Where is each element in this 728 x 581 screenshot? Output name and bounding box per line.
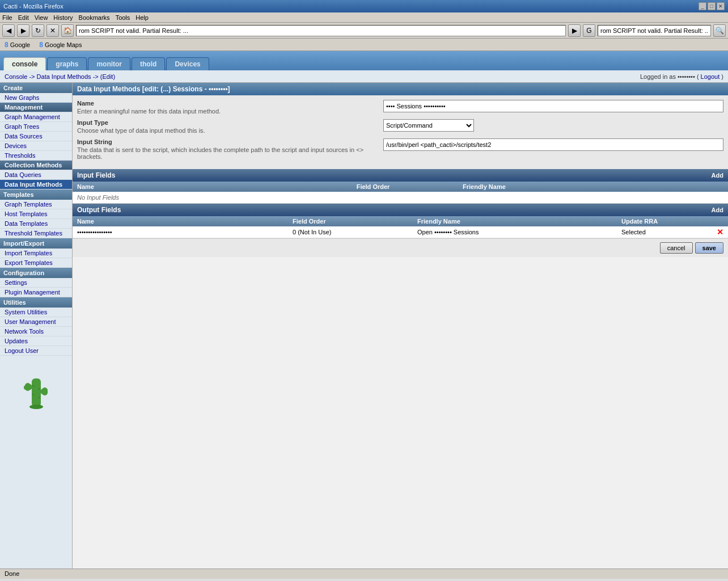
search-input[interactable] — [598, 25, 711, 36]
panel-title: Data Input Methods [edit: (...) Sessions… — [77, 85, 230, 93]
search-go-button[interactable]: 🔍 — [713, 24, 726, 37]
sidebar-item-devices[interactable]: Devices — [0, 141, 72, 151]
sidebar-item-system-utilities[interactable]: System Utilities — [0, 308, 72, 317]
reload-button[interactable]: ↻ — [32, 24, 44, 37]
sidebar-header-utilities: Utilities — [0, 297, 72, 308]
sidebar-item-updates[interactable]: Updates — [0, 336, 72, 346]
name-input[interactable] — [383, 100, 723, 112]
status-bar: Done — [0, 569, 728, 579]
search-engine-button[interactable]: G — [583, 24, 595, 37]
main-layout: Create New Graphs Management Graph Manag… — [0, 83, 728, 569]
sidebar-item-thresholds[interactable]: Thresholds — [0, 151, 72, 161]
browser-title: Cacti - Mozilla Firefox — [3, 3, 64, 10]
tab-console[interactable]: console — [3, 57, 46, 70]
input-type-label: Input Type — [77, 119, 379, 126]
go-button[interactable]: ▶ — [568, 24, 581, 37]
google-maps-icon: 8 — [39, 41, 43, 49]
input-fields-columns: Name Field Order Friendly Name — [73, 182, 728, 192]
sidebar-header-create: Create — [0, 83, 72, 93]
input-type-select[interactable]: Script/Command — [383, 119, 474, 132]
panel-header: Data Input Methods [edit: (...) Sessions… — [73, 83, 728, 95]
sidebar-item-user-management[interactable]: User Management — [0, 317, 72, 327]
col-friendly-name: Friendly Name — [458, 183, 728, 190]
menu-tools[interactable]: Tools — [116, 14, 130, 21]
sidebar-header-configuration: Configuration — [0, 268, 72, 278]
svg-rect-5 — [42, 388, 48, 395]
sidebar-item-data-queries[interactable]: Data Queries — [0, 170, 72, 180]
sidebar-header-management: Management — [0, 103, 72, 112]
tab-devices[interactable]: Devices — [166, 57, 209, 70]
close-button[interactable]: ✕ — [717, 2, 725, 10]
sidebar-item-threshold-templates[interactable]: Threshold Templates — [0, 229, 72, 238]
sidebar-item-graph-management[interactable]: Graph Management — [0, 112, 72, 122]
sidebar-item-data-templates[interactable]: Data Templates — [0, 219, 72, 229]
breadcrumb-console[interactable]: Console — [5, 73, 27, 80]
output-row-friendly: Open •••••••• Sessions — [413, 229, 617, 235]
sidebar-item-new-graphs[interactable]: New Graphs — [0, 93, 72, 103]
logout-link[interactable]: Logout — [701, 73, 720, 80]
stop-button[interactable]: ✕ — [46, 24, 59, 37]
sidebar-item-settings[interactable]: Settings — [0, 278, 72, 288]
output-fields-add[interactable]: Add — [712, 207, 723, 213]
output-fields-columns: Name Field Order Friendly Name Update RR… — [73, 216, 728, 226]
cactus-logo-container — [0, 356, 72, 424]
menu-file[interactable]: File — [2, 14, 12, 21]
sidebar-header-collection-methods: Collection Methods — [0, 161, 72, 170]
forward-button[interactable]: ▶ — [17, 24, 29, 37]
menu-history[interactable]: History — [53, 14, 73, 21]
cactus-logo — [19, 367, 53, 412]
menu-bookmarks[interactable]: Bookmarks — [79, 14, 110, 21]
output-row-rra: Selected — [617, 229, 717, 235]
sidebar-header-templates: Templates — [0, 190, 72, 200]
address-bar[interactable] — [76, 25, 566, 36]
sidebar: Create New Graphs Management Graph Manag… — [0, 83, 73, 569]
bookmark-google[interactable]: 8 Google — [5, 41, 30, 49]
col-name: Name — [73, 183, 288, 190]
menu-help[interactable]: Help — [136, 14, 149, 21]
bookmarks-bar: 8 Google 8 Google Maps — [0, 39, 728, 51]
tab-thold[interactable]: thold — [132, 57, 165, 70]
maximize-button[interactable]: □ — [708, 2, 716, 10]
sidebar-item-import-templates[interactable]: Import Templates — [0, 249, 72, 258]
sidebar-item-data-sources[interactable]: Data Sources — [0, 132, 72, 141]
input-string-label: Input String — [77, 138, 379, 145]
sidebar-item-logout-user[interactable]: Logout User — [0, 346, 72, 356]
home-button[interactable]: 🏠 — [61, 24, 74, 37]
sidebar-item-graph-templates[interactable]: Graph Templates — [0, 200, 72, 209]
browser-titlebar: Cacti - Mozilla Firefox _ □ ✕ — [0, 0, 728, 12]
sidebar-item-plugin-management[interactable]: Plugin Management — [0, 288, 72, 297]
output-row-name: •••••••••••••••• — [73, 229, 288, 235]
cancel-button[interactable]: cancel — [660, 242, 693, 254]
sidebar-item-host-templates[interactable]: Host Templates — [0, 209, 72, 219]
input-fields-empty: No Input Fields — [73, 192, 728, 204]
menu-edit[interactable]: Edit — [18, 14, 29, 21]
out-col-name: Name — [73, 218, 288, 225]
delete-row-button[interactable]: ✕ — [717, 228, 728, 237]
form-section: Name Enter a meaningful name for this da… — [73, 95, 728, 169]
input-fields-add[interactable]: Add — [712, 172, 723, 179]
out-col-order: Field Order — [288, 218, 413, 225]
tab-graphs[interactable]: graphs — [47, 57, 87, 70]
back-button[interactable]: ◀ — [2, 24, 15, 37]
breadcrumb: Console -> Data Input Methods -> (Edit) — [5, 73, 115, 80]
svg-rect-0 — [32, 378, 41, 407]
name-desc: Enter a meaningful name for this data in… — [77, 108, 379, 115]
sidebar-item-data-input-methods[interactable]: Data Input Methods — [0, 180, 72, 190]
sidebar-item-export-templates[interactable]: Export Templates — [0, 258, 72, 268]
minimize-button[interactable]: _ — [699, 2, 706, 10]
breadcrumb-data-input-methods[interactable]: Data Input Methods — [37, 73, 91, 80]
content-area: Data Input Methods [edit: (...) Sessions… — [73, 83, 728, 569]
output-row-order: 0 (Not In Use) — [288, 229, 413, 235]
sidebar-item-network-tools[interactable]: Network Tools — [0, 327, 72, 336]
window-controls[interactable]: _ □ ✕ — [699, 2, 725, 10]
sidebar-item-graph-trees[interactable]: Graph Trees — [0, 122, 72, 132]
svg-rect-3 — [24, 385, 32, 390]
breadcrumb-bar: Console -> Data Input Methods -> (Edit) … — [0, 70, 728, 83]
bookmark-google-maps[interactable]: 8 Google Maps — [39, 41, 82, 49]
output-fields-title: Output Fields — [77, 206, 121, 214]
tab-monitor[interactable]: monitor — [88, 57, 130, 70]
save-button[interactable]: save — [695, 242, 723, 254]
input-string-input[interactable] — [383, 138, 723, 151]
input-string-desc: The data that is sent to the script, whi… — [77, 146, 379, 160]
menu-view[interactable]: View — [35, 14, 48, 21]
